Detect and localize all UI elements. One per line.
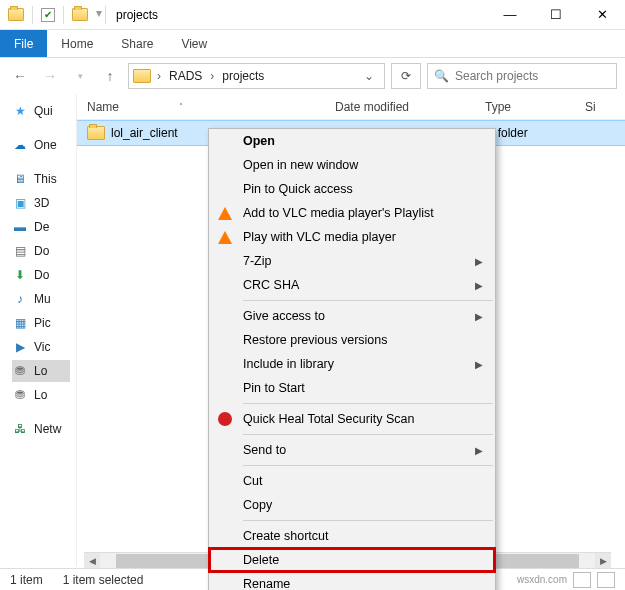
sidebar-item-label: Lo xyxy=(34,388,47,402)
menu-rename[interactable]: Rename xyxy=(209,572,495,590)
file-tab[interactable]: File xyxy=(0,30,47,57)
menu-cut[interactable]: Cut xyxy=(209,469,495,493)
menu-quickheal-scan[interactable]: Quick Heal Total Security Scan xyxy=(209,407,495,431)
sidebar-item-3d[interactable]: ▣3D xyxy=(12,192,70,214)
pictures-icon: ▦ xyxy=(12,315,28,331)
sidebar-item-videos[interactable]: ▶Vic xyxy=(12,336,70,358)
sidebar-item-label: One xyxy=(34,138,57,152)
chevron-right-icon[interactable]: › xyxy=(208,69,216,83)
search-input[interactable]: 🔍 Search projects xyxy=(427,63,617,89)
documents-icon: ▤ xyxy=(12,243,28,259)
cloud-icon: ☁ xyxy=(12,137,28,153)
window-title: projects xyxy=(106,8,158,22)
sidebar-item-label: Lo xyxy=(34,364,47,378)
sidebar-item-desktop[interactable]: ▬De xyxy=(12,216,70,238)
search-icon: 🔍 xyxy=(434,69,449,83)
menu-pin-start[interactable]: Pin to Start xyxy=(209,376,495,400)
context-menu: Open Open in new window Pin to Quick acc… xyxy=(208,128,496,590)
forward-button[interactable]: → xyxy=(38,64,62,88)
menu-7zip[interactable]: 7-Zip▶ xyxy=(209,249,495,273)
menu-delete[interactable]: Delete xyxy=(209,548,495,572)
sidebar-item-this-pc[interactable]: 🖥This xyxy=(12,168,70,190)
sidebar-item-local-disk[interactable]: ⛃Lo xyxy=(12,384,70,406)
breadcrumb[interactable]: RADS xyxy=(167,69,204,83)
submenu-arrow-icon: ▶ xyxy=(475,359,483,370)
drive-icon: ⛃ xyxy=(12,363,28,379)
chevron-right-icon[interactable]: › xyxy=(155,69,163,83)
search-placeholder: Search projects xyxy=(455,69,538,83)
sidebar-item-music[interactable]: ♪Mu xyxy=(12,288,70,310)
col-date[interactable]: Date modified xyxy=(335,100,485,114)
breadcrumb[interactable]: projects xyxy=(220,69,266,83)
menu-vlc-playlist[interactable]: Add to VLC media player's Playlist xyxy=(209,201,495,225)
column-headers[interactable]: Name˄ Date modified Type Si xyxy=(77,94,625,120)
menu-include-library[interactable]: Include in library▶ xyxy=(209,352,495,376)
submenu-arrow-icon: ▶ xyxy=(475,311,483,322)
share-tab[interactable]: Share xyxy=(107,30,167,57)
desktop-icon: ▬ xyxy=(12,219,28,235)
menu-send-to[interactable]: Send to▶ xyxy=(209,438,495,462)
file-type: le folder xyxy=(485,126,585,140)
cube-icon: ▣ xyxy=(12,195,28,211)
folder-icon[interactable] xyxy=(8,8,24,21)
file-name: lol_air_client xyxy=(111,126,178,140)
ribbon-tabs: File Home Share View xyxy=(0,30,625,58)
details-view-button[interactable] xyxy=(573,572,591,588)
menu-create-shortcut[interactable]: Create shortcut xyxy=(209,524,495,548)
sidebar-item-pictures[interactable]: ▦Pic xyxy=(12,312,70,334)
folder-icon xyxy=(133,69,151,83)
refresh-button[interactable]: ⟳ xyxy=(391,63,421,89)
minimize-button[interactable]: — xyxy=(487,0,533,30)
sidebar-item-label: Qui xyxy=(34,104,53,118)
thumbnails-view-button[interactable] xyxy=(597,572,615,588)
col-size[interactable]: Si xyxy=(585,100,625,114)
close-button[interactable]: ✕ xyxy=(579,0,625,30)
sidebar-item-onedrive[interactable]: ☁One xyxy=(12,134,70,156)
menu-open-new-window[interactable]: Open in new window xyxy=(209,153,495,177)
scroll-left-button[interactable]: ◀ xyxy=(84,553,100,569)
navigation-bar: ← → ▾ ↑ › RADS › projects ⌄ ⟳ 🔍 Search p… xyxy=(0,58,625,94)
menu-vlc-play[interactable]: Play with VLC media player xyxy=(209,225,495,249)
menu-restore-versions[interactable]: Restore previous versions xyxy=(209,328,495,352)
drive-icon: ⛃ xyxy=(12,387,28,403)
properties-icon[interactable]: ✔ xyxy=(41,8,55,22)
submenu-arrow-icon: ▶ xyxy=(475,445,483,456)
pc-icon: 🖥 xyxy=(12,171,28,187)
menu-pin-quick-access[interactable]: Pin to Quick access xyxy=(209,177,495,201)
recent-dropdown[interactable]: ▾ xyxy=(68,64,92,88)
col-name[interactable]: Name xyxy=(87,100,119,114)
sidebar-item-label: Netw xyxy=(34,422,61,436)
download-icon: ⬇ xyxy=(12,267,28,283)
sidebar-item-network[interactable]: 🖧Netw xyxy=(12,418,70,440)
submenu-arrow-icon: ▶ xyxy=(475,280,483,291)
video-icon: ▶ xyxy=(12,339,28,355)
sidebar-item-label: De xyxy=(34,220,49,234)
vlc-icon xyxy=(217,205,233,221)
sidebar-item-local-disk[interactable]: ⛃Lo xyxy=(12,360,70,382)
folder-icon[interactable] xyxy=(72,8,88,21)
sidebar-item-label: Pic xyxy=(34,316,51,330)
scroll-right-button[interactable]: ▶ xyxy=(595,553,611,569)
view-tab[interactable]: View xyxy=(167,30,221,57)
menu-crc-sha[interactable]: CRC SHA▶ xyxy=(209,273,495,297)
up-button[interactable]: ↑ xyxy=(98,68,122,84)
home-tab[interactable]: Home xyxy=(47,30,107,57)
music-icon: ♪ xyxy=(12,291,28,307)
menu-open[interactable]: Open xyxy=(209,129,495,153)
sidebar-item-quick-access[interactable]: ★Qui xyxy=(12,100,70,122)
sidebar-item-label: Mu xyxy=(34,292,51,306)
chevron-down-icon[interactable]: ⌄ xyxy=(358,69,380,83)
sidebar-item-documents[interactable]: ▤Do xyxy=(12,240,70,262)
back-button[interactable]: ← xyxy=(8,64,32,88)
menu-give-access[interactable]: Give access to▶ xyxy=(209,304,495,328)
col-type[interactable]: Type xyxy=(485,100,585,114)
watermark: wsxdn.com xyxy=(517,574,567,585)
menu-copy[interactable]: Copy xyxy=(209,493,495,517)
vlc-icon xyxy=(217,229,233,245)
navigation-pane: ★Qui ☁One 🖥This ▣3D ▬De ▤Do ⬇Do ♪Mu ▦Pic… xyxy=(0,94,76,566)
selection-count: 1 item selected xyxy=(63,573,144,587)
address-bar[interactable]: › RADS › projects ⌄ xyxy=(128,63,385,89)
maximize-button[interactable]: ☐ xyxy=(533,0,579,30)
sidebar-item-downloads[interactable]: ⬇Do xyxy=(12,264,70,286)
star-icon: ★ xyxy=(12,103,28,119)
